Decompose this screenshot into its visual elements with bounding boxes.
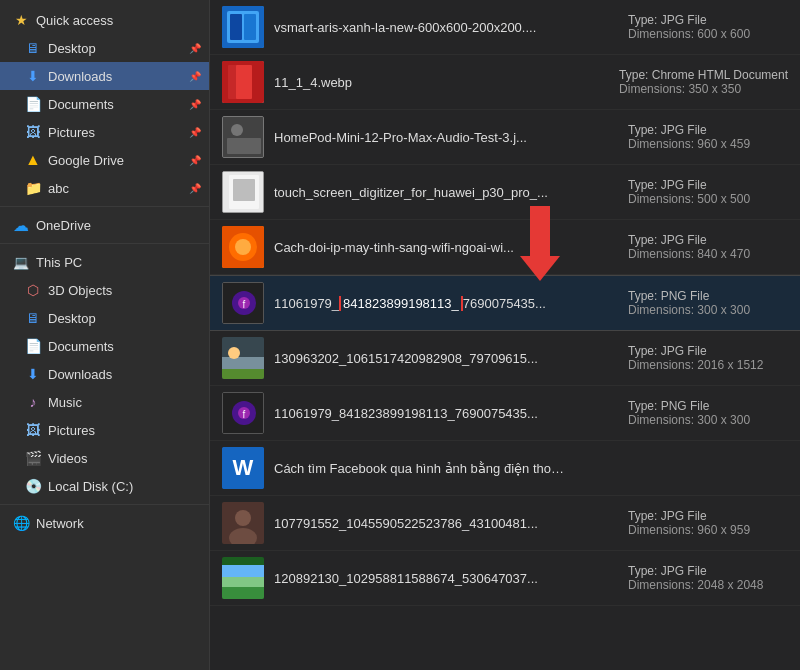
sidebar-item-documents[interactable]: 📄 Documents 📌 — [0, 90, 209, 118]
gdrive-icon: ▲ — [24, 151, 42, 169]
sidebar-label-music: Music — [48, 395, 201, 410]
file-meta: Type: JPG File Dimensions: 500 x 500 — [628, 178, 788, 206]
pin-icon-2: 📌 — [189, 71, 201, 82]
sidebar-item-desktop[interactable]: 🖥 Desktop 📌 — [0, 34, 209, 62]
sidebar-item-desktop2[interactable]: 🖥 Desktop — [0, 304, 209, 332]
sidebar-item-pictures[interactable]: 🖼 Pictures 📌 — [0, 118, 209, 146]
file-name-area: 120892130_102958811588674_530647037... — [274, 571, 618, 586]
file-thumbnail: W — [222, 447, 264, 489]
file-thumbnail — [222, 116, 264, 158]
svg-text:f: f — [243, 299, 246, 310]
file-meta: Type: JPG File Dimensions: 960 x 959 — [628, 509, 788, 537]
sidebar-label-documents: Documents — [48, 97, 183, 112]
sidebar-item-3dobjects[interactable]: ⬡ 3D Objects — [0, 276, 209, 304]
file-item[interactable]: 120892130_102958811588674_530647037... T… — [210, 551, 800, 606]
file-list: vsmart-aris-xanh-la-new-600x600-200x200.… — [210, 0, 800, 670]
file-dims: Dimensions: 300 x 300 — [628, 303, 788, 317]
file-name-area: 11061979_841823899198113_7690075435... — [274, 406, 618, 421]
file-type: Type: JPG File — [628, 13, 788, 27]
thumb-svg — [222, 61, 264, 103]
file-dims: Dimensions: 600 x 600 — [628, 27, 788, 41]
file-item[interactable]: f 11061979_841823899198113_7690075435...… — [210, 386, 800, 441]
sidebar-label-downloads: Downloads — [48, 69, 183, 84]
download2-icon: ⬇ — [24, 365, 42, 383]
svg-rect-3 — [244, 14, 256, 40]
file-name-area: HomePod-Mini-12-Pro-Max-Audio-Test-3.j..… — [274, 130, 618, 145]
thumb-svg — [222, 502, 264, 544]
file-type: Type: JPG File — [628, 178, 788, 192]
sidebar-item-music[interactable]: ♪ Music — [0, 388, 209, 416]
sidebar-item-thispc[interactable]: 💻 This PC — [0, 248, 209, 276]
file-type: Type: PNG File — [628, 399, 788, 413]
sidebar-item-documents2[interactable]: 📄 Documents — [0, 332, 209, 360]
sidebar-divider-3 — [0, 504, 209, 505]
file-name: 11_1_4.webp — [274, 75, 564, 90]
svg-rect-22 — [222, 357, 264, 369]
sidebar-label-network: Network — [36, 516, 201, 531]
sidebar-item-abc[interactable]: 📁 abc 📌 — [0, 174, 209, 202]
svg-text:W: W — [233, 455, 254, 480]
svg-point-23 — [228, 347, 240, 359]
svg-point-8 — [231, 124, 243, 136]
file-name-selected: 11061979_841823899198113_7690075435... — [274, 296, 564, 311]
file-item[interactable]: 107791552_1045590522523786_43100481... T… — [210, 496, 800, 551]
filename-highlighted: 841823899198113_ — [339, 296, 463, 311]
file-item[interactable]: vsmart-aris-xanh-la-new-600x600-200x200.… — [210, 0, 800, 55]
pictures-icon: 🖼 — [24, 123, 42, 141]
svg-rect-34 — [222, 585, 264, 599]
file-name: 130963202_1061517420982908_79709615... — [274, 351, 564, 366]
sidebar-item-quick-access[interactable]: ★ Quick access — [0, 6, 209, 34]
thispc-icon: 💻 — [12, 253, 30, 271]
file-dims: Dimensions: 840 x 470 — [628, 247, 788, 261]
file-name: HomePod-Mini-12-Pro-Max-Audio-Test-3.j..… — [274, 130, 564, 145]
sidebar-label-localdisk: Local Disk (C:) — [48, 479, 201, 494]
sidebar-item-downloads[interactable]: ⬇ Downloads 📌 — [0, 62, 209, 90]
pin-icon-6: 📌 — [189, 183, 201, 194]
onedrive-icon: ☁ — [12, 216, 30, 234]
file-item[interactable]: 130963202_1061517420982908_79709615... T… — [210, 331, 800, 386]
sidebar-item-network[interactable]: 🌐 Network — [0, 509, 209, 537]
thumb-svg — [222, 337, 264, 379]
sidebar-item-videos[interactable]: 🎬 Videos — [0, 444, 209, 472]
thumb-svg — [222, 226, 264, 268]
file-item[interactable]: W Cách tìm Facebook qua hình ảnh bằng đi… — [210, 441, 800, 496]
thumb-svg — [223, 171, 263, 213]
sidebar-item-localdisk[interactable]: 💿 Local Disk (C:) — [0, 472, 209, 500]
thumb-svg: W — [222, 447, 264, 489]
pin-icon-5: 📌 — [189, 155, 201, 166]
thumb-svg: f — [223, 282, 263, 324]
pin-icon-3: 📌 — [189, 99, 201, 110]
file-type: Type: JPG File — [628, 233, 788, 247]
sidebar-item-onedrive[interactable]: ☁ OneDrive — [0, 211, 209, 239]
sidebar-item-pictures2[interactable]: 🖼 Pictures — [0, 416, 209, 444]
videos-icon: 🎬 — [24, 449, 42, 467]
thumb-svg — [222, 6, 264, 48]
sidebar-label-videos: Videos — [48, 451, 201, 466]
pin-icon: 📌 — [189, 43, 201, 54]
file-item[interactable]: touch_screen_digitizer_for_huawei_p30_pr… — [210, 165, 800, 220]
file-type: Type: JPG File — [628, 123, 788, 137]
file-thumbnail — [222, 6, 264, 48]
file-item[interactable]: HomePod-Mini-12-Pro-Max-Audio-Test-3.j..… — [210, 110, 800, 165]
file-dims: Dimensions: 350 x 350 — [619, 82, 788, 96]
file-meta: Type: JPG File Dimensions: 600 x 600 — [628, 13, 788, 41]
file-dims: Dimensions: 2016 x 1512 — [628, 358, 788, 372]
sidebar-item-googledrive[interactable]: ▲ Google Drive 📌 — [0, 146, 209, 174]
file-item[interactable]: 11_1_4.webp Type: Chrome HTML Document D… — [210, 55, 800, 110]
desktop-icon: 🖥 — [24, 39, 42, 57]
pin-icon-4: 📌 — [189, 127, 201, 138]
desktop2-icon: 🖥 — [24, 309, 42, 327]
main-content: vsmart-aris-xanh-la-new-600x600-200x200.… — [210, 0, 800, 670]
file-dims: Dimensions: 2048 x 2048 — [628, 578, 788, 592]
filename-suffix: 7690075435... — [463, 296, 546, 311]
file-item-selected[interactable]: f 11061979_841823899198113_7690075435...… — [210, 275, 800, 331]
sidebar-label-abc: abc — [48, 181, 183, 196]
svg-point-31 — [235, 510, 251, 526]
sidebar-label-pictures: Pictures — [48, 125, 183, 140]
sidebar-item-downloads2[interactable]: ⬇ Downloads — [0, 360, 209, 388]
file-name-area: touch_screen_digitizer_for_huawei_p30_pr… — [274, 185, 618, 200]
file-name-area: Cach-doi-ip-may-tinh-sang-wifi-ngoai-wi.… — [274, 240, 618, 255]
file-item[interactable]: Cach-doi-ip-may-tinh-sang-wifi-ngoai-wi.… — [210, 220, 800, 275]
sidebar: ★ Quick access 🖥 Desktop 📌 ⬇ Downloads 📌… — [0, 0, 210, 670]
sidebar-label-desktop2: Desktop — [48, 311, 201, 326]
